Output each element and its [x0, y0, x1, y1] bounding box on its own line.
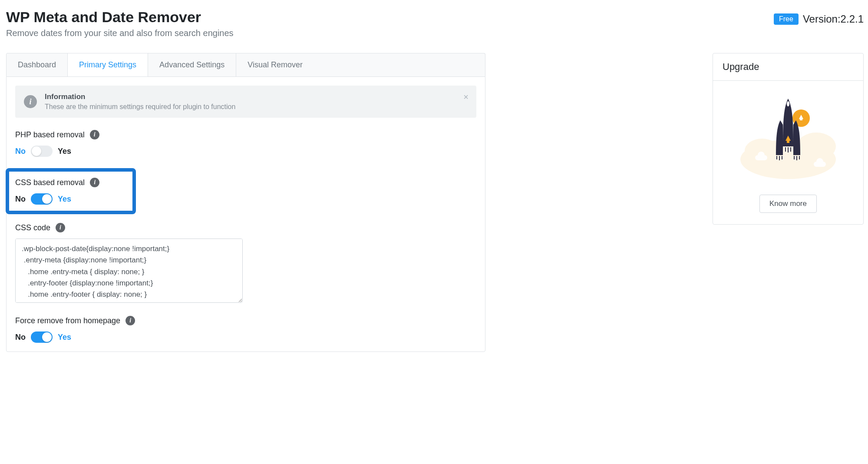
tab-visual-remover[interactable]: Visual Remover	[236, 53, 314, 76]
php-removal-setting: PHP based removal i No Yes	[15, 130, 476, 157]
info-icon[interactable]: i	[90, 178, 99, 187]
toggle-yes-label: Yes	[58, 195, 71, 204]
force-homepage-label: Force remove from homepage	[15, 316, 120, 325]
free-badge: Free	[774, 13, 799, 25]
toggle-yes-label: Yes	[58, 147, 71, 156]
upgrade-title: Upgrade	[713, 53, 863, 81]
css-code-setting: CSS code i	[15, 223, 476, 305]
php-removal-toggle[interactable]	[31, 146, 53, 157]
info-icon[interactable]: i	[90, 130, 99, 139]
info-title: Information	[45, 93, 235, 101]
info-icon[interactable]: i	[56, 223, 65, 232]
information-alert: i Information These are the minimum sett…	[15, 86, 476, 118]
css-removal-label: CSS based removal	[15, 178, 85, 187]
php-removal-label: PHP based removal	[15, 130, 85, 139]
close-icon[interactable]: ×	[463, 93, 469, 101]
info-description: These are the minimum settings required …	[45, 103, 235, 111]
toggle-no-label: No	[15, 147, 26, 156]
settings-tabs: Dashboard Primary Settings Advanced Sett…	[6, 53, 485, 76]
know-more-button[interactable]: Know more	[759, 195, 817, 213]
svg-point-6	[787, 101, 789, 106]
css-code-textarea[interactable]	[15, 239, 243, 303]
svg-rect-8	[787, 139, 789, 143]
version-label: Version:2.2.1	[803, 13, 864, 25]
page-subtitle: Remove dates from your site and also fro…	[6, 28, 234, 38]
tab-dashboard[interactable]: Dashboard	[7, 53, 68, 76]
toggle-no-label: No	[15, 195, 26, 204]
info-icon[interactable]: i	[125, 316, 135, 325]
upgrade-card: Upgrade	[713, 53, 864, 225]
page-title: WP Meta and Date Remover	[6, 9, 234, 26]
svg-rect-5	[800, 118, 802, 120]
css-removal-setting: CSS based removal i No Yes	[9, 178, 128, 205]
css-removal-highlight: CSS based removal i No Yes	[6, 168, 136, 214]
tab-advanced-settings[interactable]: Advanced Settings	[148, 53, 236, 76]
rocket-illustration	[723, 92, 854, 183]
css-removal-toggle[interactable]	[31, 193, 53, 205]
toggle-yes-label: Yes	[58, 333, 71, 342]
tab-content: i Information These are the minimum sett…	[6, 76, 485, 352]
force-homepage-setting: Force remove from homepage i No Yes	[15, 316, 476, 343]
tab-primary-settings[interactable]: Primary Settings	[68, 53, 148, 76]
info-icon: i	[24, 95, 37, 108]
svg-point-2	[797, 133, 836, 160]
toggle-no-label: No	[15, 333, 26, 342]
force-homepage-toggle[interactable]	[31, 331, 53, 343]
css-code-label: CSS code	[15, 223, 50, 232]
